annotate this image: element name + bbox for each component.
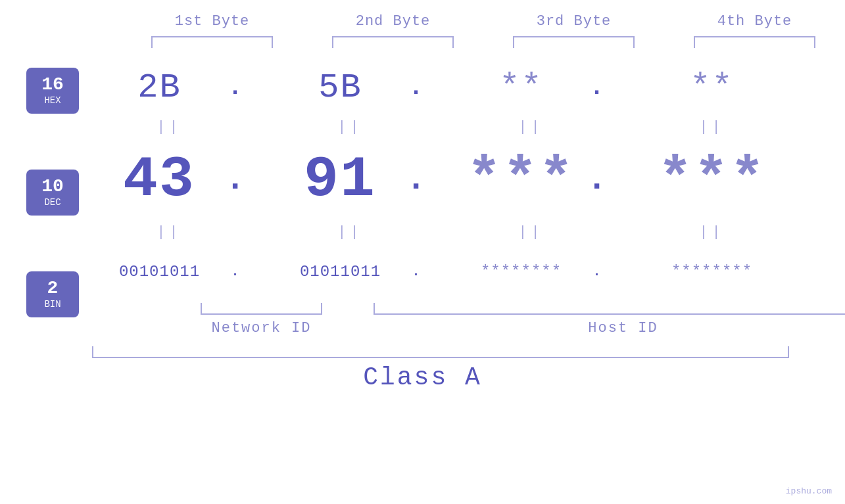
class-label: Class A [363, 363, 482, 392]
bracket-line-b3 [513, 36, 635, 48]
dot-hex-3: . [587, 74, 607, 101]
bin-val-b4: ******** [646, 263, 778, 281]
top-brackets [0, 36, 845, 48]
bin-cell-b1: 00101011 . [79, 263, 260, 281]
hex-badge: 16 HEX [26, 68, 79, 114]
bin-val-b3: ******** [456, 263, 587, 281]
dec-cell-b1: 43 . [79, 147, 260, 212]
byte3-header: 3rd Byte [483, 13, 664, 30]
bottom-bracket-network-wrap [171, 303, 352, 315]
dec-val-b1: 43 [93, 147, 225, 212]
bin-cell-b2: 01011011 . [260, 263, 441, 281]
network-label-cell: Network ID [171, 320, 352, 336]
hex-val-b4: ** [646, 68, 778, 107]
hex-val-b2: 5B [275, 68, 406, 107]
bracket-b1 [122, 36, 302, 48]
pipe-1: || [157, 119, 181, 135]
pipe-cell-7: || [441, 224, 621, 241]
pipe-4: || [699, 119, 724, 135]
pipe-cell-5: || [79, 224, 260, 241]
pipe-7: || [518, 224, 543, 241]
dec-cell-b4: *** [621, 147, 802, 212]
pipe-8: || [699, 224, 724, 241]
main-container: 1st Byte 2nd Byte 3rd Byte 4th Byte 16 H… [0, 0, 845, 504]
pipe-row-2: || || || || [79, 219, 845, 245]
dot-dec-1: . [225, 160, 245, 199]
byte2-header: 2nd Byte [302, 13, 483, 30]
hex-cell-b1: 2B . [79, 68, 260, 107]
hex-cell-b3: ** . [441, 68, 621, 107]
pipe-cell-3: || [441, 119, 621, 135]
pipe-row-1: || || || || [79, 114, 845, 140]
dot-hex-1: . [226, 74, 245, 101]
dec-val-b3: *** [455, 147, 587, 212]
dec-badge-label: DEC [44, 197, 60, 208]
bottom-bracket-host-wrap [352, 303, 845, 315]
pipe-5: || [157, 224, 181, 241]
hex-val-b3: ** [456, 68, 587, 107]
host-label-cell: Host ID [352, 320, 845, 336]
bottom-bracket-network-line [201, 303, 322, 315]
bottom-bracket-host-line [374, 303, 846, 315]
bin-row: 00101011 . 01011011 . ******** . *******… [79, 245, 845, 298]
bin-val-b1: 00101011 [94, 263, 226, 281]
dec-val-b2: 91 [274, 147, 406, 212]
class-row: Class A [0, 363, 845, 392]
dot-dec-2: . [406, 160, 426, 199]
hex-badge-label: HEX [44, 95, 60, 106]
bracket-b3 [483, 36, 664, 48]
pipe-cell-1: || [79, 119, 260, 135]
pipe-2: || [337, 119, 362, 135]
pipe-6: || [337, 224, 362, 241]
bracket-line-b2 [332, 36, 454, 48]
badges-column: 16 HEX 10 DEC 2 BIN [26, 61, 79, 336]
watermark: ipshu.com [786, 486, 832, 496]
pipe-cell-2: || [260, 119, 441, 135]
bin-cell-b4: ******** [621, 263, 802, 281]
bottom-brackets [79, 303, 845, 315]
hex-cell-b2: 5B . [260, 68, 441, 107]
pipe-cell-4: || [621, 119, 802, 135]
pipe-3: || [518, 119, 543, 135]
bin-cell-b3: ******** . [441, 263, 621, 281]
dot-dec-3: . [587, 160, 607, 199]
hex-badge-num: 16 [41, 76, 64, 94]
dec-cell-b3: *** . [441, 147, 621, 212]
bracket-b2 [302, 36, 483, 48]
big-bracket-line [92, 346, 789, 358]
network-label: Network ID [211, 320, 311, 336]
hex-cell-b4: ** [621, 68, 802, 107]
byte1-header: 1st Byte [122, 13, 302, 30]
host-label: Host ID [588, 320, 658, 336]
dec-badge-num: 10 [41, 177, 64, 196]
dec-cell-b2: 91 . [260, 147, 441, 212]
byte-headers: 1st Byte 2nd Byte 3rd Byte 4th Byte [0, 13, 845, 30]
byte4-header: 4th Byte [664, 13, 845, 30]
bracket-line-b4 [694, 36, 815, 48]
dot-bin-3: . [587, 264, 607, 279]
pipe-cell-8: || [621, 224, 802, 241]
big-bottom-bracket-row [0, 346, 845, 358]
bin-badge: 2 BIN [26, 271, 79, 317]
dec-badge: 10 DEC [26, 170, 79, 216]
bracket-line-b1 [151, 36, 273, 48]
hex-val-b1: 2B [94, 68, 226, 107]
section-labels-row: Network ID Host ID [79, 320, 845, 336]
pipe-cell-6: || [260, 224, 441, 241]
hex-row: 2B . 5B . ** . ** [79, 61, 845, 114]
content-area: 16 HEX 10 DEC 2 BIN 2B . 5B [0, 61, 845, 336]
dec-row: 43 . 91 . *** . *** [79, 140, 845, 219]
bin-val-b2: 01011011 [275, 263, 406, 281]
dot-bin-2: . [406, 264, 426, 279]
bracket-b4 [664, 36, 845, 48]
dot-bin-1: . [226, 264, 245, 279]
values-area: 2B . 5B . ** . ** || [79, 61, 845, 336]
dec-val-b4: *** [646, 147, 778, 212]
bin-badge-label: BIN [44, 299, 60, 309]
bin-badge-num: 2 [47, 279, 59, 298]
dot-hex-2: . [406, 74, 426, 101]
